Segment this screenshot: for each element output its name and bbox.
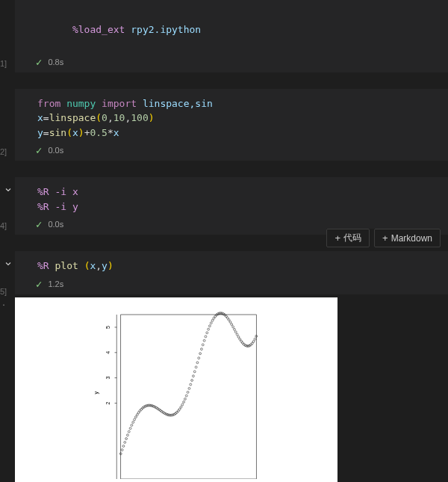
svg-point-33 [151, 404, 153, 407]
svg-point-91 [231, 323, 233, 325]
code-line: from numpy import linspace,sin [37, 96, 438, 111]
svg-point-53 [178, 408, 181, 410]
check-icon: ✓ [36, 278, 42, 290]
exec-time: 1.2s [48, 279, 63, 288]
svg-point-88 [226, 317, 228, 319]
svg-point-62 [191, 379, 193, 381]
svg-point-58 [185, 395, 187, 397]
svg-point-44 [167, 413, 169, 415]
svg-point-61 [190, 383, 192, 386]
svg-point-106 [251, 342, 253, 344]
svg-point-11 [121, 448, 123, 451]
svg-point-84 [221, 312, 223, 314]
exec-time: 0.0s [48, 146, 63, 155]
svg-point-12 [122, 445, 125, 447]
svg-point-94 [234, 330, 237, 333]
svg-point-25 [140, 408, 143, 410]
svg-point-73 [206, 331, 208, 333]
svg-point-103 [247, 344, 249, 347]
svg-point-76 [210, 321, 212, 324]
code-cell-3: %R -i x %R -i y ✓ 0.0s [15, 177, 448, 235]
exec-time: 0.0s [48, 220, 63, 229]
status-row: ✓ 1.2s [36, 278, 438, 290]
code-cell-2: from numpy import linspace,sin x=linspac… [15, 89, 448, 161]
svg-point-75 [208, 324, 211, 327]
svg-point-19 [132, 421, 134, 423]
svg-text:4: 4 [105, 350, 111, 353]
svg-point-68 [199, 352, 202, 354]
svg-point-17 [129, 427, 131, 429]
cell-index: 1] [0, 59, 7, 68]
svg-text:3: 3 [105, 376, 111, 379]
svg-text:5: 5 [105, 325, 111, 328]
svg-point-108 [254, 338, 256, 340]
svg-point-93 [233, 328, 235, 330]
svg-point-22 [136, 413, 138, 415]
svg-text:2: 2 [105, 401, 111, 404]
svg-point-96 [237, 336, 240, 338]
svg-point-59 [187, 391, 189, 393]
svg-point-90 [229, 321, 231, 323]
check-icon: ✓ [36, 144, 42, 156]
status-row: ✓ 0.0s [36, 144, 438, 156]
plus-icon: + [382, 232, 388, 244]
plus-icon: + [335, 232, 340, 244]
collapse-chevron-icon[interactable] [3, 185, 13, 195]
svg-point-95 [236, 333, 238, 336]
add-code-label: 代码 [343, 232, 361, 244]
svg-point-89 [228, 318, 230, 321]
svg-point-72 [205, 335, 207, 337]
svg-point-78 [213, 317, 215, 319]
status-row: ✓ 0.8s [36, 56, 438, 68]
svg-point-14 [125, 437, 128, 439]
svg-point-15 [126, 433, 128, 436]
cell-index: 4] [0, 221, 7, 230]
plot-output: y 2345 [15, 297, 337, 483]
svg-point-57 [184, 398, 186, 400]
cell-index: 2] [0, 147, 7, 156]
svg-point-20 [134, 418, 136, 420]
svg-point-65 [195, 365, 197, 368]
code-line: %R -i y [37, 200, 438, 214]
svg-point-16 [128, 430, 130, 433]
check-icon: ✓ [36, 218, 42, 230]
svg-point-60 [188, 387, 190, 389]
svg-point-77 [211, 319, 214, 321]
cell-index: 5] [0, 287, 7, 296]
insert-toolbar: + 代码 + Markdown [326, 229, 441, 247]
svg-point-18 [131, 424, 133, 426]
add-code-button[interactable]: + 代码 [326, 229, 370, 247]
svg-point-55 [181, 404, 184, 406]
check-icon: ✓ [36, 56, 42, 68]
add-markdown-label: Markdown [391, 233, 432, 244]
exec-time: 0.8s [48, 58, 63, 67]
svg-point-32 [150, 404, 152, 407]
svg-point-56 [183, 401, 185, 403]
svg-point-63 [192, 374, 194, 377]
svg-point-54 [180, 406, 182, 408]
collapse-chevron-icon[interactable] [3, 259, 13, 269]
svg-point-74 [208, 328, 210, 330]
y-axis-label: y [93, 391, 99, 394]
add-markdown-button[interactable]: + Markdown [374, 229, 441, 247]
svg-point-48 [172, 413, 174, 415]
output-marker: . [1, 299, 6, 437]
svg-point-97 [239, 338, 241, 340]
svg-point-69 [200, 347, 202, 350]
svg-point-13 [124, 441, 126, 443]
code-line: %load_ext rpy2.ipython [37, 7, 438, 52]
svg-point-70 [202, 343, 204, 345]
svg-point-64 [193, 370, 196, 372]
code-line: %R plot (x,y) [37, 259, 438, 274]
scatter-plot: y 2345 [24, 306, 329, 479]
code-cell-4: %R plot (x,y) ✓ 1.2s [15, 251, 448, 294]
svg-point-66 [196, 361, 199, 363]
code-line: y=sin(x)+0.5*x [37, 126, 438, 140]
svg-rect-8 [121, 315, 257, 479]
code-cell-1: %load_ext rpy2.ipython ✓ 0.8s [15, 0, 448, 72]
svg-point-71 [203, 339, 205, 342]
svg-point-21 [134, 415, 137, 418]
code-line: %R -i x [37, 185, 438, 200]
code-line: x=linspace(0,10,100) [37, 111, 438, 126]
svg-point-92 [232, 325, 234, 327]
